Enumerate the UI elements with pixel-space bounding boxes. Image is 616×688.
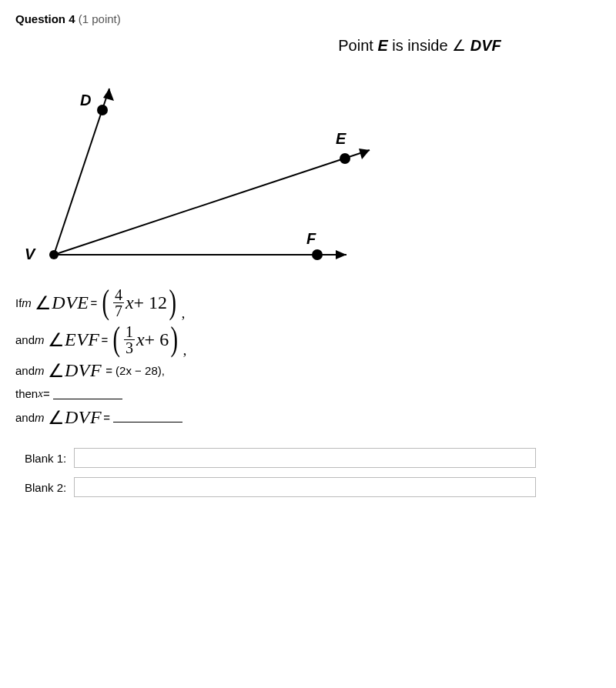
svg-point-3 xyxy=(97,105,108,115)
figure-svg xyxy=(15,62,416,278)
l1-plus: + 12 xyxy=(134,292,168,313)
svg-point-9 xyxy=(312,249,323,260)
l1-prefix: If xyxy=(15,296,22,309)
angle-icon: ∠ xyxy=(35,293,52,313)
svg-point-6 xyxy=(340,153,350,164)
line-then-x: then x = xyxy=(15,387,601,400)
rparen-icon: ) xyxy=(171,322,179,356)
l2-comma: , xyxy=(180,342,187,359)
svg-line-4 xyxy=(54,150,370,255)
l2-var: x xyxy=(136,329,145,350)
l1-comma: , xyxy=(179,306,186,322)
angle-icon: ∠ xyxy=(48,408,65,428)
line-dve: If m ∠DVE = ( 4 7 x + 12 ) , xyxy=(15,286,601,319)
label-f: F xyxy=(306,230,316,248)
l2-frac-num: 1 xyxy=(124,324,135,339)
angle-icon: ∠ xyxy=(48,330,65,350)
line-evf: and m ∠EVF = ( 1 3 x + 6 ) , xyxy=(15,322,601,356)
rparen-icon: ) xyxy=(169,286,177,319)
l1-var: x xyxy=(126,292,134,313)
svg-marker-8 xyxy=(336,250,346,259)
statement: Point E is inside ∠ DVF xyxy=(239,36,601,55)
label-d: D xyxy=(80,92,91,109)
answer-blanks: Blank 1: Blank 2: xyxy=(15,448,601,497)
l5-m: m xyxy=(35,411,46,424)
l2-frac-den: 3 xyxy=(124,339,135,356)
l2-expression: ( 1 3 x + 6 ) xyxy=(108,322,180,356)
lparen-icon: ( xyxy=(113,322,121,356)
question-number: Question 4 xyxy=(15,12,75,25)
l1-eq: = xyxy=(91,296,98,309)
blank-underline-dvf xyxy=(113,412,182,422)
l3-angle-letters: DVF xyxy=(65,360,102,380)
blank1-label: Blank 1: xyxy=(25,452,74,465)
l2-plus: + 6 xyxy=(145,329,169,350)
blank-row-2: Blank 2: xyxy=(25,477,601,497)
l4-eq: = xyxy=(43,387,50,400)
statement-mid: is inside xyxy=(388,37,452,54)
l5-prefix: and xyxy=(15,411,35,424)
blank2-input[interactable] xyxy=(74,477,536,497)
l5-angle-letters: DVF xyxy=(65,407,102,427)
blank-row-1: Blank 1: xyxy=(25,448,601,468)
l2-angle: ∠EVF xyxy=(46,329,102,350)
l1-frac-num: 4 xyxy=(113,287,124,302)
l3-expr: = (2x − 28), xyxy=(103,364,165,377)
l2-angle-letters: EVF xyxy=(65,329,99,349)
lparen-icon: ( xyxy=(102,286,110,319)
line-and-dvf: and m ∠DVF = xyxy=(15,406,601,428)
l2-m: m xyxy=(35,333,46,346)
svg-marker-5 xyxy=(359,149,370,159)
l1-angle: ∠DVE xyxy=(33,292,91,313)
l1-frac-den: 7 xyxy=(113,302,124,319)
l4-x: x xyxy=(38,387,43,400)
line-dvf: and m ∠DVF = (2x − 28), xyxy=(15,359,601,381)
l5-angle: ∠DVF xyxy=(46,406,104,428)
blank2-label: Blank 2: xyxy=(25,481,74,494)
statement-point: E xyxy=(377,37,387,54)
l2-eq: = xyxy=(102,333,109,346)
l1-angle-letters: DVE xyxy=(52,292,89,312)
l3-prefix: and xyxy=(15,364,35,377)
l5-eq: = xyxy=(103,411,110,424)
statement-angle: DVF xyxy=(470,37,501,54)
blank1-input[interactable] xyxy=(74,448,536,468)
label-v: V xyxy=(25,245,35,263)
l1-m: m xyxy=(22,296,33,309)
l1-expression: ( 4 7 x + 12 ) xyxy=(97,286,179,319)
angle-icon: ∠ xyxy=(48,361,65,381)
l3-m: m xyxy=(35,364,46,377)
l1-fraction: 4 7 xyxy=(113,287,124,319)
l2-fraction: 1 3 xyxy=(124,324,135,356)
svg-marker-2 xyxy=(103,89,114,101)
l2-prefix: and xyxy=(15,333,35,346)
statement-prefix: Point xyxy=(338,37,377,54)
question-points: (1 point) xyxy=(79,12,121,25)
l3-angle: ∠DVF xyxy=(46,359,104,381)
geometry-figure: V D E F xyxy=(15,62,416,278)
l4-then: then xyxy=(15,387,38,400)
angle-icon: ∠ xyxy=(452,37,466,54)
question-header: Question 4 (1 point) xyxy=(15,12,601,25)
label-e: E xyxy=(336,130,346,148)
blank-underline-x xyxy=(53,389,122,399)
